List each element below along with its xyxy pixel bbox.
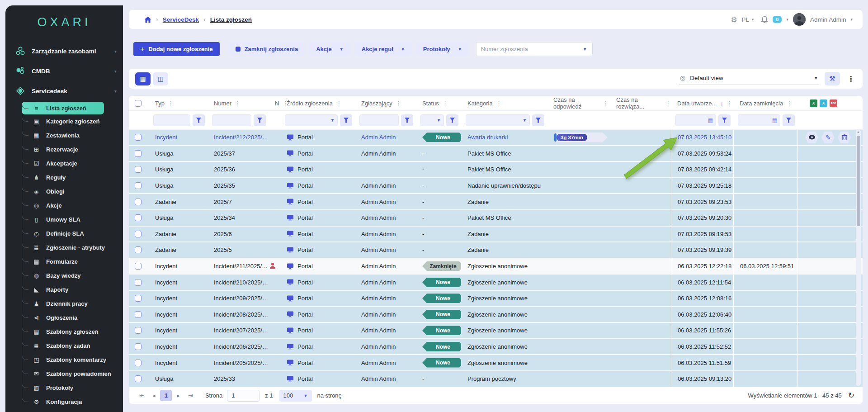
row-checkbox[interactable] bbox=[135, 343, 142, 350]
table-row[interactable]: IncydentIncident/205/2025/3/6PortalAdmin… bbox=[129, 355, 863, 371]
column-menu-kebab[interactable]: ⋮ bbox=[727, 100, 732, 106]
scroll-up-arrow[interactable]: ▲ bbox=[856, 130, 861, 133]
table-row[interactable]: IncydentIncident/212/2025/3/7PortalAdmin… bbox=[129, 130, 863, 146]
next-page-icon[interactable]: ▸ bbox=[173, 392, 184, 399]
breadcrumb-servicedesk[interactable]: ServiceDesk bbox=[163, 16, 199, 23]
sidebar-item-dziennik-pracy[interactable]: ♟Dziennik pracy bbox=[22, 297, 123, 311]
sidebar-item-szablony-komentarzy[interactable]: ◳Szablony komentarzy bbox=[22, 353, 123, 367]
sidebar-item-lista-zgłoszeń[interactable]: ≡Lista zgłoszeń bbox=[22, 102, 104, 114]
row-checkbox[interactable] bbox=[135, 360, 142, 366]
column-menu-kebab[interactable]: ⋮ bbox=[665, 100, 671, 106]
table-row[interactable]: IncydentIncident/207/2025/3/6PortalAdmin… bbox=[129, 323, 863, 339]
table-row[interactable]: Zadanie2025/5PortalAdmin Admin-Zadanie07… bbox=[129, 242, 863, 259]
row-checkbox[interactable] bbox=[135, 295, 142, 302]
cell-numer[interactable]: Incident/212/2025/3/7 bbox=[208, 134, 269, 141]
table-row[interactable]: Usługa2025/36Portal-Pakiet MS Office07.0… bbox=[129, 162, 863, 178]
sidebar-item-konfiguracja[interactable]: ⚙Konfiguracja bbox=[22, 395, 123, 409]
row-checkbox[interactable] bbox=[135, 279, 142, 286]
sidebar-item-akceptacje[interactable]: ☑Akceptacje bbox=[22, 156, 123, 170]
sidebar-item-zgłoszenie-atrybuty[interactable]: ≣Zgłoszenie - atrybuty bbox=[22, 241, 123, 255]
row-checkbox[interactable] bbox=[135, 182, 142, 189]
filter-input-numer[interactable] bbox=[212, 114, 251, 126]
table-row[interactable]: IncydentIncident/208/2025/3/6PortalAdmin… bbox=[129, 307, 863, 323]
row-checkbox[interactable] bbox=[135, 150, 142, 157]
gear-icon[interactable]: ⚙ bbox=[731, 15, 737, 24]
row-checkbox[interactable] bbox=[135, 327, 142, 334]
actions-dropdown-button[interactable]: Akcje ▼ bbox=[309, 42, 350, 56]
page-number-input[interactable] bbox=[227, 390, 259, 402]
column-menu-kebab[interactable]: ⋮ bbox=[396, 100, 401, 106]
protocols-dropdown-button[interactable]: Protokoły ▼ bbox=[416, 42, 469, 56]
filter-date-input-data_zamk[interactable]: ▦ bbox=[738, 114, 780, 126]
select-all-checkbox[interactable] bbox=[135, 100, 142, 107]
filter-funnel-button[interactable] bbox=[446, 114, 458, 126]
delete-button[interactable] bbox=[838, 132, 851, 143]
sidebar-item-szablony-zgłoszeń[interactable]: ▤Szablony zgłoszeń bbox=[22, 325, 123, 339]
table-row[interactable]: IncydentIncident/206/2025/3/6PortalAdmin… bbox=[129, 339, 863, 355]
sidebar-item-rezerwacje[interactable]: ⊞Rezerwacje bbox=[22, 142, 123, 156]
scrollbar-thumb[interactable] bbox=[857, 136, 860, 226]
table-row[interactable]: Usługa2025/37PortalAdmin Admin-Pakiet MS… bbox=[129, 146, 863, 162]
sidebar-item-bazy-wiedzy[interactable]: ◍Bazy wiedzy bbox=[22, 269, 123, 283]
chevron-down-icon[interactable]: ▾ bbox=[786, 17, 788, 22]
column-menu-kebab[interactable]: ⋮ bbox=[603, 100, 608, 106]
sidebar-item-szablony-powiadomień[interactable]: ✉Szablony powiadomień bbox=[22, 367, 123, 381]
table-row[interactable]: IncydentIncident/210/2025/3/6PortalAdmin… bbox=[129, 275, 863, 291]
column-menu-kebab[interactable]: ⋮ bbox=[443, 100, 448, 106]
table-row[interactable]: Zadanie2025/7PortalAdmin Admin-Zadanie07… bbox=[129, 194, 863, 210]
ticket-number-input[interactable] bbox=[476, 46, 578, 52]
sidebar-item-akcje[interactable]: ◎Akcje bbox=[22, 199, 123, 213]
filter-text-input[interactable] bbox=[156, 117, 187, 123]
table-row[interactable]: Usługa2025/33PortalAdmin Admin-Program p… bbox=[129, 371, 863, 387]
filter-funnel-button[interactable] bbox=[340, 114, 352, 126]
sidebar-item-ogłoszenia[interactable]: ⊲Ogłoszenia bbox=[22, 311, 123, 325]
language-selector[interactable]: PL▾ bbox=[742, 16, 754, 23]
filter-funnel-button[interactable] bbox=[193, 114, 205, 126]
avatar[interactable] bbox=[793, 13, 806, 26]
table-row[interactable]: Usługa2025/34PortalAdmin Admin-Pakiet MS… bbox=[129, 210, 863, 227]
edit-button[interactable]: ✎ bbox=[821, 132, 835, 143]
column-menu-kebab[interactable]: ⋮ bbox=[168, 100, 174, 106]
refresh-icon[interactable]: ↻ bbox=[848, 391, 854, 400]
export-csv-icon[interactable]: X bbox=[820, 99, 827, 107]
table-row[interactable]: Usługa2025/35PortalAdmin Admin-Nadanie u… bbox=[129, 178, 863, 194]
filter-date-input-data_utw[interactable]: ▦ bbox=[675, 114, 716, 126]
table-row[interactable]: Zadanie2025/6PortalAdmin Admin-Zadanie07… bbox=[129, 227, 863, 243]
home-icon[interactable] bbox=[144, 16, 151, 23]
export-pdf-icon[interactable]: PDF bbox=[830, 99, 837, 107]
row-checkbox[interactable] bbox=[135, 231, 142, 237]
grid-view-button[interactable]: ▦ bbox=[135, 72, 151, 85]
current-page-button[interactable]: 1 bbox=[160, 390, 172, 401]
sidebar-item-zestawienia[interactable]: ▦Zestawienia bbox=[22, 128, 123, 142]
view-button[interactable] bbox=[805, 132, 818, 143]
row-checkbox[interactable] bbox=[135, 166, 142, 173]
sidebar-item-formularze[interactable]: ▤Formularze bbox=[22, 255, 123, 269]
filter-funnel-button[interactable] bbox=[532, 114, 544, 126]
filter-select-status[interactable]: ▼ bbox=[420, 114, 444, 126]
bell-icon[interactable] bbox=[761, 16, 768, 24]
sort-desc-icon[interactable]: ↓ bbox=[720, 100, 723, 107]
table-row[interactable]: IncydentIncident/209/2025/3/6PortalAdmin… bbox=[129, 291, 863, 307]
filter-text-input[interactable] bbox=[215, 117, 248, 123]
column-menu-kebab[interactable]: ⋮ bbox=[336, 100, 342, 106]
filter-input-zglaszajacy[interactable] bbox=[359, 114, 399, 126]
column-menu-kebab[interactable]: ⋮ bbox=[787, 100, 792, 106]
filter-input-typ[interactable] bbox=[153, 114, 190, 126]
sidebar-item-reguły[interactable]: ⋔Reguły bbox=[22, 170, 123, 185]
row-checkbox[interactable] bbox=[135, 311, 142, 318]
calendar-icon[interactable]: ▦ bbox=[708, 117, 713, 123]
sidebar-item-szablony-zadań[interactable]: ≣Szablony zadań bbox=[22, 339, 123, 353]
filter-funnel-button[interactable] bbox=[783, 114, 795, 126]
filter-funnel-button[interactable] bbox=[254, 114, 266, 126]
sidebar-item-raporty[interactable]: ◣Raporty bbox=[22, 283, 123, 297]
more-options-kebab[interactable]: ⋮ bbox=[845, 75, 856, 83]
prev-page-icon[interactable]: ◂ bbox=[148, 392, 160, 399]
column-menu-kebab[interactable]: ⋮ bbox=[496, 100, 502, 106]
filter-select-kategoria[interactable]: ▼ bbox=[466, 114, 530, 126]
sidebar-item-obiegi[interactable]: ◈Obiegi bbox=[22, 185, 123, 199]
sidebar-item-protokoły[interactable]: ▨Protokoły bbox=[22, 381, 123, 395]
sidebar-item-umowy-sla[interactable]: ▯Umowy SLA bbox=[22, 213, 123, 227]
notification-count-badge[interactable]: 0 bbox=[773, 16, 782, 23]
row-checkbox[interactable] bbox=[135, 214, 142, 221]
sidebar-item-zarzadzanie-zasobami[interactable]: Zarządzanie zasobami ▾ bbox=[5, 41, 123, 61]
